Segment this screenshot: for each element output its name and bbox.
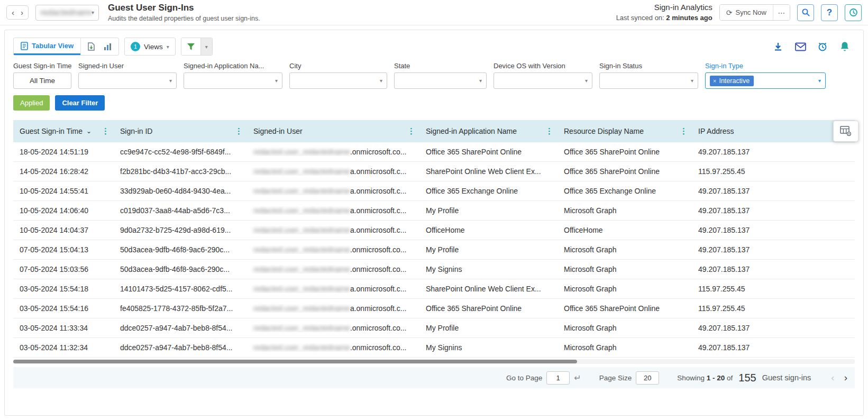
table-row[interactable]: 03-05-2024 15:54:16 fe405825-1778-4372-8… [13,299,855,318]
scrollbar-thumb[interactable] [13,360,577,363]
column-header[interactable]: Sign-in ID ⋮ [114,120,247,142]
filter-box[interactable]: ▾ [289,72,387,89]
filter-box[interactable]: ▾ [599,72,698,89]
document-icon [21,42,28,50]
pagination-bar: Go to Page ↵ Page Size Showing 1 - 20 of… [13,367,855,388]
cell-signin-id: ddce0257-a947-4ab7-beb8-8f54... [114,324,247,332]
cell-signin-time: 10-05-2024 14:04:37 [13,226,114,234]
filter-box[interactable]: ▾ [78,72,177,89]
table-row[interactable]: 03-05-2024 11:33:34 ddce0257-a947-4ab7-b… [13,318,855,338]
filter-label: Signed-in Application Na... [184,62,282,70]
goto-page-label: Go to Page [506,374,542,382]
alarm-icon[interactable] [816,40,829,53]
column-menu-icon[interactable]: ⋮ [545,126,553,136]
column-header[interactable]: Signed-in User ⋮ [247,120,419,142]
column-menu-icon[interactable]: ⋮ [407,126,415,136]
top-header: ‹ › redactedname ▾ Guest User Sign-Ins A… [0,0,868,25]
cell-resource-name: Microsoft Graph [558,265,692,273]
filter-label: Sign-in Status [599,62,698,70]
more-options-button[interactable]: ⋯ [773,5,790,20]
table-row[interactable]: 14-05-2024 16:28:42 f2b281bc-d4b3-41b7-a… [13,162,855,181]
column-menu-icon[interactable]: ⋮ [102,126,109,136]
cell-ip: 49.207.185.137 [692,324,855,332]
chart-view-icon[interactable] [104,43,112,51]
tabular-view-label: Tabular View [32,42,74,50]
table-row[interactable]: 07-05-2024 15:04:13 50d3acea-9dfb-46f8-9… [13,240,855,260]
column-menu-icon[interactable]: ⋮ [680,126,688,136]
filter-box[interactable]: ▾ [494,72,592,89]
search-button[interactable] [797,4,814,21]
views-label: Views [144,43,163,51]
showing-of: of [725,374,733,382]
table-row[interactable]: 18-05-2024 14:51:19 cc9e947c-cc52-4e98-9… [13,142,855,162]
filter-dropdown-toggle[interactable]: ▾ [200,38,212,55]
history-nav: ‹ › [6,5,29,20]
filter-label: City [289,62,387,70]
column-menu-icon[interactable]: ⋮ [235,126,243,136]
mail-icon[interactable] [793,40,807,53]
previous-page-icon[interactable]: ‹ [831,372,834,384]
last-synced-text: Last synced on: 2 minutes ago [616,13,712,23]
sync-icon: ⟳ [726,8,733,17]
clear-filter-button[interactable]: Clear Filter [55,95,105,111]
activity-button[interactable] [845,4,862,21]
masked-user-text: redacted.user_redactedname [253,226,350,234]
sync-info: Sign-in Analytics Last synced on: 2 minu… [616,2,712,23]
showing-text: Showing 1 - 20 of [677,374,733,382]
filter-box[interactable]: ×Interactive ▾ [705,72,826,89]
download-icon[interactable] [771,40,785,53]
table-row[interactable]: 10-05-2024 14:55:41 33d929ab-0e60-4d84-9… [13,181,855,201]
column-header[interactable]: IP Address ⋮ [692,120,855,142]
back-icon[interactable]: ‹ [12,8,14,16]
tenant-selector[interactable]: redactedname ▾ [35,5,99,21]
applied-button[interactable]: Applied [13,95,50,111]
table-row[interactable]: 07-05-2024 15:03:56 50d3acea-9dfb-46f8-9… [13,260,855,279]
showing-prefix: Showing [677,374,707,382]
filter-box[interactable]: ▾ [394,72,487,89]
filter-box[interactable]: ▾ [184,72,282,89]
column-header[interactable]: Resource Display Name ⋮ [558,120,692,142]
cell-resource-name: Microsoft Graph [558,343,692,352]
bell-icon[interactable] [838,40,852,53]
filter-chip[interactable]: ×Interactive [710,76,754,86]
sync-now-button[interactable]: ⟳ Sync Now [720,5,773,20]
cell-signin-id: 50d3acea-9dfb-46f8-9ac6-290c... [114,245,247,254]
forward-icon[interactable]: › [21,8,23,16]
column-header[interactable]: Signed-in Application Name ⋮ [419,120,558,142]
page-subtitle: Audits the detailed properties of guest … [108,15,260,22]
export-icon[interactable] [87,42,95,51]
table-row[interactable]: 03-05-2024 11:32:34 ddce0257-a947-4ab7-b… [13,338,855,358]
views-dropdown[interactable]: 1 Views ▾ [124,38,176,56]
page-size-input[interactable] [636,371,659,385]
filter-box[interactable]: All Time [13,72,71,89]
filter: Guest Sign-in Time All Time [13,62,71,89]
cell-app-name: My Profile [419,245,558,254]
help-button[interactable]: ? [821,4,838,21]
cell-signed-in-user: redacted.user_redactedname.onmicrosoft.c… [247,148,419,156]
tab-tabular-view[interactable]: Tabular View [14,38,80,55]
help-icon: ? [827,7,832,18]
user-domain-suffix: .onmicrosoft.co... [350,265,407,273]
chip-remove-icon[interactable]: × [713,78,716,84]
column-header[interactable]: Guest Sign-in Time ⌄ ⋮ [13,120,114,142]
chevron-down-icon: ▾ [167,44,169,50]
goto-page-input[interactable] [546,371,570,385]
horizontal-scrollbar[interactable] [13,359,855,364]
cell-signin-id: c019d037-3aa8-44ab-a5d6-7c3... [114,206,247,215]
chevron-down-icon: ▾ [92,10,94,15]
signins-table: Guest Sign-in Time ⌄ ⋮ Sign-in ID ⋮ Sign… [13,120,855,388]
masked-user-text: redacted.user_redactedname [253,187,350,195]
filter-button[interactable] [181,38,200,55]
table-row[interactable]: 10-05-2024 14:04:37 9d0a2732-b725-429d-a… [13,221,855,240]
table-row[interactable]: 03-05-2024 15:54:18 14101473-5d25-4157-8… [13,279,855,299]
page-size-group: Page Size [599,371,660,385]
masked-user-text: redacted.user_redactedname [253,285,350,293]
sort-caret-icon[interactable]: ⌄ [86,127,92,135]
cell-ip: 49.207.185.137 [692,226,855,234]
cell-signin-time: 10-05-2024 14:06:40 [13,206,114,215]
next-page-icon[interactable]: › [844,372,847,384]
column-settings-button[interactable] [833,121,858,142]
table-row[interactable]: 10-05-2024 14:06:40 c019d037-3aa8-44ab-a… [13,201,855,221]
filter-value: All Time [30,77,55,85]
enter-icon[interactable]: ↵ [574,373,581,383]
